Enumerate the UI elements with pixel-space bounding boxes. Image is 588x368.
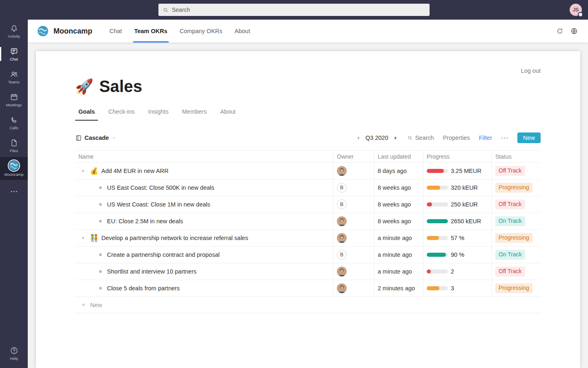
last-updated-cell: 8 weeks ago: [374, 180, 423, 196]
status-cell: Off Track: [492, 163, 541, 179]
app-tab-team-okrs[interactable]: Team OKRs: [128, 20, 174, 43]
rail-item-help[interactable]: Help: [0, 342, 28, 365]
last-updated-cell: 2 minutes ago: [374, 280, 423, 296]
collapse-toggle-icon[interactable]: [81, 169, 85, 173]
refresh-icon[interactable]: [556, 27, 564, 35]
last-updated-cell: a minute ago: [374, 263, 423, 280]
rail-item-activity[interactable]: Activity: [0, 20, 28, 43]
progress-bar: [427, 269, 448, 274]
rail-item-more[interactable]: [0, 180, 28, 203]
goal-name[interactable]: US West Coast: Close 1M in new deals: [107, 201, 210, 208]
table-row[interactable]: EU: Close 2.5M in new deals8 weeks ago26…: [75, 213, 541, 230]
status-cell: Progressing: [492, 180, 541, 196]
properties-button[interactable]: Properties: [443, 135, 470, 141]
progress-cell: 250 kEUR: [423, 196, 492, 213]
more-options-button[interactable]: ⋯: [501, 134, 508, 142]
user-avatar[interactable]: JS: [570, 4, 582, 16]
app-tab-chat[interactable]: Chat: [103, 20, 128, 43]
collapse-toggle-icon[interactable]: [81, 236, 85, 240]
search-icon: [407, 135, 413, 141]
table-row[interactable]: 🧑‍🤝‍🧑Develop a partnership network to in…: [75, 230, 541, 247]
status-cell: Off Track: [492, 263, 541, 280]
goal-name[interactable]: Add 4M EUR in new ARR: [101, 168, 168, 174]
progress-bar: [427, 219, 448, 223]
rail-item-calls[interactable]: Calls: [0, 111, 28, 134]
page-tab-members[interactable]: Members: [179, 108, 210, 121]
rail-item-files[interactable]: Files: [0, 134, 28, 157]
teams-top-bar: Search JS: [0, 0, 588, 20]
cascade-view-icon: [75, 135, 82, 141]
table-row[interactable]: Shortlist and interview 10 partnersa min…: [75, 263, 541, 280]
page-tab-goals[interactable]: Goals: [75, 108, 98, 121]
goal-name[interactable]: US East Coast: Close 500K in new deals: [107, 184, 214, 191]
status-badge: Off Track: [495, 267, 525, 276]
period-label: Q3 2020: [365, 135, 388, 141]
goal-name[interactable]: EU: Close 2.5M in new deals: [107, 218, 183, 224]
table-row[interactable]: Close 5 deals from partners2 minutes ago…: [75, 280, 541, 297]
goal-name[interactable]: Create a partnership contract and propos…: [107, 251, 220, 258]
chevron-down-icon: [111, 135, 116, 140]
goal-name[interactable]: Develop a partnership network to increas…: [101, 235, 248, 241]
bullet-icon: [99, 220, 102, 222]
table-row[interactable]: Create a partnership contract and propos…: [75, 247, 541, 263]
owner-avatar: [337, 267, 347, 276]
rail-item-teams[interactable]: Teams: [0, 65, 28, 88]
app-header: Mooncamp ChatTeam OKRsCompany OKRsAbout: [28, 20, 588, 43]
filter-button[interactable]: Filter: [479, 135, 492, 141]
progress-value: 2650 kEUR: [451, 218, 481, 224]
table-toolbar: Cascade Q3 2020 Search Properties Filter…: [75, 132, 541, 144]
status-badge: On Track: [495, 216, 525, 226]
next-period-button[interactable]: [393, 135, 398, 141]
rail-item-chat[interactable]: Chat: [0, 43, 28, 65]
progress-bar: [427, 286, 448, 290]
table-row[interactable]: 💰Add 4M EUR in new ARR8 days ago3.25 MEU…: [75, 163, 541, 180]
table-search-button[interactable]: Search: [407, 135, 434, 141]
status-cell: On Track: [492, 213, 541, 229]
logout-link[interactable]: Log out: [521, 67, 541, 74]
page-tab-bar: GoalsCheck-insInsightsMembersAbout: [75, 108, 541, 121]
goal-name-cell: 💰Add 4M EUR in new ARR: [75, 163, 333, 179]
table-header-row: NameOwnerLast updatedProgressStatus: [75, 150, 541, 163]
app-tab-bar: ChatTeam OKRsCompany OKRsAbout: [103, 20, 256, 43]
bullet-icon: [99, 203, 102, 206]
progress-cell: 2650 kEUR: [423, 213, 492, 229]
goal-name-cell: Close 5 deals from partners: [75, 280, 333, 296]
page-tab-check-ins[interactable]: Check-ins: [105, 108, 138, 121]
bullet-icon: [99, 287, 102, 289]
progress-bar: [427, 202, 448, 206]
app-tab-company-okrs[interactable]: Company OKRs: [174, 20, 229, 43]
new-goal-row[interactable]: New: [75, 297, 541, 313]
chat-icon: [10, 47, 18, 56]
view-selector[interactable]: Cascade: [75, 135, 116, 141]
mooncamp-logo-icon: [9, 160, 19, 171]
status-cell: Off Track: [492, 196, 541, 213]
owner-cell: [333, 230, 374, 246]
okr-table: NameOwnerLast updatedProgressStatus 💰Add…: [75, 150, 541, 313]
progress-value: 57 %: [451, 235, 464, 241]
app-title: Mooncamp: [53, 27, 92, 36]
table-search-label: Search: [415, 135, 434, 141]
document-icon: [10, 139, 18, 147]
app-tab-about[interactable]: About: [229, 20, 256, 43]
search-input[interactable]: Search: [158, 4, 430, 16]
people-icon: [10, 70, 18, 79]
teams-app-rail: ActivityChatTeamsMeetingsCallsFilesMoonc…: [0, 20, 28, 368]
table-row[interactable]: US West Coast: Close 1M in new dealsB8 w…: [75, 196, 541, 213]
page-tab-insights[interactable]: Insights: [145, 108, 172, 121]
progress-bar-fill: [427, 219, 448, 223]
rail-item-mooncamp[interactable]: Mooncamp: [0, 157, 28, 180]
globe-icon[interactable]: [570, 27, 578, 35]
rail-item-meetings[interactable]: Meetings: [0, 88, 28, 111]
progress-value: 320 kEUR: [451, 184, 478, 191]
goal-name[interactable]: Shortlist and interview 10 partners: [107, 268, 196, 275]
rail-item-label: Mooncamp: [4, 172, 24, 177]
bullet-icon: [99, 254, 102, 256]
table-row[interactable]: US East Coast: Close 500K in new dealsB8…: [75, 180, 541, 196]
prev-period-button[interactable]: [356, 135, 361, 141]
page-tab-about[interactable]: About: [217, 108, 239, 121]
goal-name[interactable]: Close 5 deals from partners: [107, 285, 180, 292]
owner-cell: [333, 280, 374, 296]
progress-bar: [427, 253, 448, 257]
mooncamp-logo-icon: [37, 25, 49, 37]
new-button[interactable]: New: [517, 132, 541, 143]
